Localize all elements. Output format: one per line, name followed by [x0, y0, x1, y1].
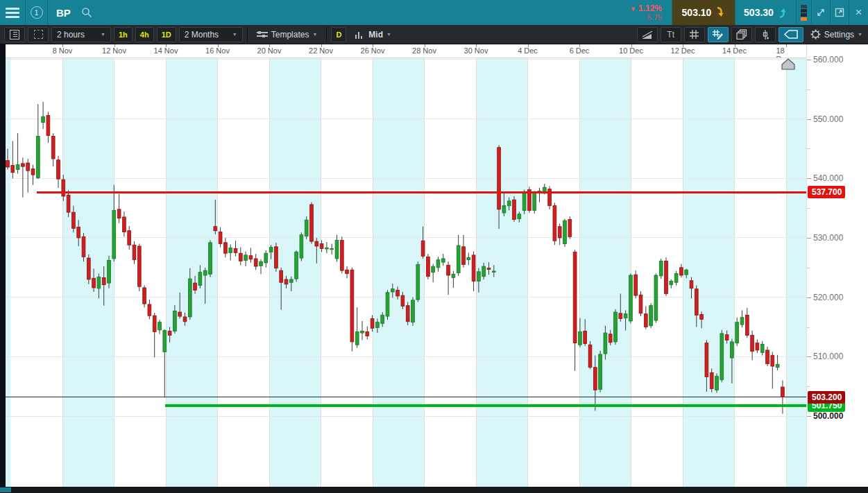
candle-body[interactable] — [563, 220, 567, 243]
candle-body[interactable] — [740, 318, 744, 325]
candle-body[interactable] — [198, 273, 202, 286]
candle-body[interactable] — [604, 333, 607, 354]
candle-body[interactable] — [634, 275, 638, 295]
candle-body[interactable] — [280, 270, 283, 282]
candle-body[interactable] — [593, 367, 597, 390]
pointer-callout-icon[interactable] — [778, 27, 803, 42]
candle-body[interactable] — [705, 343, 708, 377]
candle-body[interactable] — [614, 312, 618, 342]
candle-body[interactable] — [543, 187, 546, 191]
candle-body[interactable] — [665, 261, 668, 293]
candle-body[interactable] — [158, 322, 162, 330]
candle-body[interactable] — [700, 315, 704, 320]
candle-body[interactable] — [629, 275, 633, 321]
candle-body[interactable] — [355, 331, 359, 345]
candle-body[interactable] — [462, 247, 466, 265]
candle-body[interactable] — [330, 248, 334, 249]
candle-body[interactable] — [680, 268, 683, 275]
gridlines-icon[interactable] — [684, 27, 705, 42]
candle-body[interactable] — [128, 231, 131, 245]
candle-body[interactable] — [72, 212, 76, 228]
candle-body[interactable] — [57, 160, 60, 179]
candle-body[interactable] — [153, 315, 156, 331]
candle-body[interactable] — [123, 217, 126, 232]
candle-body[interactable] — [117, 209, 121, 218]
templates-dropdown[interactable]: Templates ▼ — [252, 27, 323, 42]
candle-body[interactable] — [315, 241, 318, 246]
candle-body[interactable] — [325, 248, 329, 249]
candle-body[interactable] — [214, 227, 217, 231]
candlestick-chart[interactable] — [6, 58, 806, 487]
candle-body[interactable] — [173, 311, 177, 331]
candle-body[interactable] — [477, 272, 481, 282]
candle-body[interactable] — [695, 289, 698, 315]
timeframe-dropdown[interactable]: 2 hours ▼ — [51, 27, 111, 42]
chart-style-d-button[interactable]: D — [331, 27, 346, 42]
timeframe-1h-button[interactable]: 1h — [114, 27, 133, 42]
trendline-tool-icon[interactable] — [637, 27, 658, 42]
candle-body[interactable] — [416, 265, 420, 300]
resistance-price-badge[interactable]: 537.700 — [808, 186, 845, 198]
candle-body[interactable] — [406, 306, 409, 322]
candle-body[interactable] — [432, 266, 435, 273]
candle-body[interactable] — [234, 248, 237, 252]
candle-body[interactable] — [376, 322, 380, 328]
candle-body[interactable] — [715, 377, 719, 390]
candle-body[interactable] — [766, 350, 769, 364]
range-dropdown[interactable]: 2 Months ▼ — [179, 27, 243, 42]
candle-body[interactable] — [457, 245, 460, 273]
candle-body[interactable] — [579, 331, 582, 345]
candle-body[interactable] — [289, 279, 293, 282]
watchlist-panel-icon[interactable] — [4, 27, 25, 42]
candle-body[interactable] — [533, 193, 536, 211]
candle-body[interactable] — [771, 356, 774, 366]
candle-body[interactable] — [97, 277, 101, 288]
candle-body[interactable] — [62, 180, 65, 196]
candle-body[interactable] — [46, 115, 50, 135]
candle-body[interactable] — [731, 342, 734, 358]
candle-body[interactable] — [720, 334, 724, 380]
candle-body[interactable] — [87, 258, 90, 279]
candle-body[interactable] — [654, 275, 658, 320]
candle-body[interactable] — [219, 232, 222, 243]
candle-body[interactable] — [467, 257, 470, 259]
candle-body[interactable] — [224, 243, 228, 253]
candle-body[interactable] — [259, 261, 263, 266]
candle-body[interactable] — [92, 278, 96, 288]
candle-body[interactable] — [674, 273, 678, 282]
candle-body[interactable] — [178, 312, 182, 316]
candle-body[interactable] — [203, 270, 207, 275]
candle-body[interactable] — [143, 288, 146, 304]
candle-body[interactable] — [497, 148, 501, 209]
candle-body[interactable] — [472, 255, 475, 282]
candle-body[interactable] — [22, 164, 25, 166]
candle-body[interactable] — [599, 354, 602, 390]
candle-body[interactable] — [249, 256, 253, 259]
candle-body[interactable] — [553, 206, 556, 241]
draw-tool-icon[interactable] — [708, 27, 729, 42]
candle-body[interactable] — [659, 261, 663, 275]
candle-body[interactable] — [584, 331, 587, 344]
candle-body[interactable] — [31, 169, 35, 175]
candle-body[interactable] — [335, 240, 339, 259]
candle-body[interactable] — [609, 334, 612, 343]
candle-body[interactable] — [568, 219, 572, 236]
timeframe-4h-button[interactable]: 4h — [135, 27, 154, 42]
candle-body[interactable] — [441, 259, 445, 262]
candle-body[interactable] — [133, 245, 136, 259]
price-axis[interactable]: 560.000550.000540.000530.000520.000510.0… — [806, 44, 868, 487]
candle-body[interactable] — [183, 317, 187, 322]
candle-body[interactable] — [239, 253, 242, 261]
sell-price-button[interactable]: 503.10 — [672, 0, 735, 25]
candle-body[interactable] — [82, 236, 85, 257]
candle-body[interactable] — [745, 315, 749, 335]
candle-body[interactable] — [305, 220, 308, 236]
candle-body[interactable] — [371, 319, 374, 329]
candle-body[interactable] — [264, 253, 268, 263]
candle-body[interactable] — [340, 240, 343, 270]
candle-body[interactable] — [421, 241, 425, 256]
candle-body[interactable] — [77, 227, 80, 238]
popout-window-icon[interactable] — [831, 0, 849, 25]
candle-body[interactable] — [751, 336, 754, 352]
candle-body[interactable] — [361, 331, 364, 334]
